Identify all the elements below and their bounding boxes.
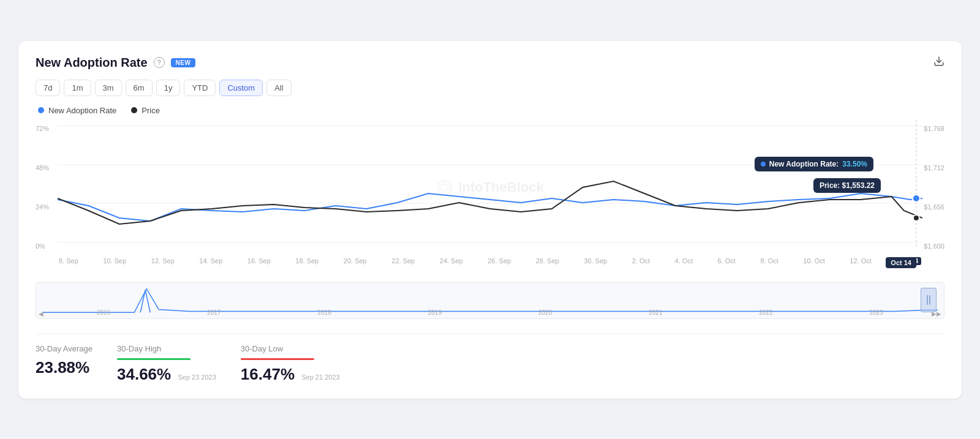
y-label-72: 72%: [36, 125, 49, 132]
legend-adoption: New Adoption Rate: [38, 106, 116, 115]
x-label-13: 4. Oct: [675, 257, 693, 265]
svg-point-15: [913, 215, 919, 221]
legend-price: Price: [131, 106, 160, 115]
x-label-6: 20. Sep: [344, 257, 367, 265]
tooltip-price: Price: $1,553.22: [813, 178, 881, 193]
time-filters: 7d 1m 3m 6m 1y YTD Custom All: [36, 80, 944, 96]
x-axis: 8. Sep 10. Sep 12. Sep 14. Sep 16. Sep 1…: [36, 255, 944, 265]
x-label-5: 18. Sep: [295, 257, 318, 265]
filter-1y[interactable]: 1y: [156, 80, 181, 96]
y-label-1656: $1,656: [924, 203, 944, 211]
svg-point-14: [913, 195, 920, 202]
handle-lines: [927, 295, 930, 305]
card-header: New Adoption Rate ? NEW: [36, 56, 944, 70]
minimap-container: 2016 2017 2018 2019 2020 2021 2022 2023 …: [36, 282, 944, 319]
legend-dot-price: [131, 107, 137, 113]
page-title: New Adoption Rate: [36, 56, 148, 70]
x-label-4: 16. Sep: [247, 257, 271, 265]
filter-6m[interactable]: 6m: [126, 80, 153, 96]
stat-30day-low: 30-Day Low 16.47% Sep 21 2023: [241, 344, 340, 384]
main-card: New Adoption Rate ? NEW 7d 1m 3m 6m 1y Y…: [18, 41, 962, 399]
chart-legend: New Adoption Rate Price: [36, 106, 944, 115]
legend-label-adoption: New Adoption Rate: [48, 106, 116, 115]
x-label-0: 8. Sep: [59, 257, 78, 265]
handle-line-1: [927, 295, 928, 305]
download-icon[interactable]: [933, 56, 944, 70]
minimap-handle[interactable]: [921, 288, 937, 312]
stat-high-value: 34.66% Sep 23 2023: [117, 365, 216, 384]
tooltip-price-label: Price:: [820, 181, 840, 190]
svg-rect-16: [36, 283, 944, 318]
stat-low-label: 30-Day Low: [241, 344, 340, 353]
header-left: New Adoption Rate ? NEW: [36, 56, 195, 70]
stat-low-date: Sep 21 2023: [301, 373, 339, 381]
tooltip-dot: [761, 162, 766, 167]
y-label-1600: $1,600: [924, 242, 944, 250]
x-label-16: 10. Oct: [803, 257, 824, 265]
y-label-1712: $1,712: [924, 164, 944, 171]
filter-7d[interactable]: 7d: [36, 80, 60, 96]
handle-line-2: [929, 295, 930, 305]
tooltip-price-value: $1,553.22: [842, 181, 875, 190]
stat-low-bar: [241, 358, 314, 360]
stat-high-bar: [117, 358, 190, 360]
filter-1m[interactable]: 1m: [64, 80, 91, 96]
tooltip-adoption-label: New Adoption Rate:: [769, 160, 839, 168]
stat-30day-avg: 30-Day Average 23.88%: [36, 344, 92, 384]
x-label-17: 12. Oct: [850, 257, 871, 265]
scroll-left-arrow[interactable]: ◀: [39, 310, 43, 317]
x-label-11: 30. Sep: [584, 257, 607, 265]
x-label-14: 6. Oct: [718, 257, 736, 265]
stats-row: 30-Day Average 23.88% 30-Day High 34.66%…: [36, 334, 944, 384]
legend-label-price: Price: [141, 106, 160, 115]
legend-dot-adoption: [38, 107, 44, 113]
filter-custom[interactable]: Custom: [219, 80, 263, 96]
x-label-12: 2. Oct: [632, 257, 650, 265]
y-label-0: 0%: [36, 242, 49, 250]
chart-wrapper: 72% 48% 24% 0%: [36, 120, 944, 265]
minimap-svg: [36, 283, 944, 318]
stat-low-value: 16.47% Sep 21 2023: [241, 365, 340, 384]
new-badge: NEW: [171, 58, 196, 67]
tooltip-adoption: New Adoption Rate: 33.50%: [755, 157, 873, 171]
stat-avg-label: 30-Day Average: [36, 344, 92, 353]
y-axis-right: $1,768 $1,712 $1,656 $1,600: [924, 120, 944, 255]
x-label-1: 10. Sep: [103, 257, 126, 265]
x-label-8: 24. Sep: [440, 257, 463, 265]
y-label-24: 24%: [36, 203, 49, 211]
x-label-9: 26. Sep: [488, 257, 511, 265]
scroll-right-arrows[interactable]: ▶▶: [932, 310, 941, 317]
stat-high-date: Sep 23 2023: [178, 373, 216, 381]
x-label-3: 14. Sep: [199, 257, 222, 265]
chart-area: IntoTheBlock: [58, 120, 922, 255]
x-label-15: 8. Oct: [760, 257, 778, 265]
x-label-2: 12. Sep: [151, 257, 175, 265]
date-badge: Oct 14: [886, 257, 916, 268]
x-label-7: 22. Sep: [391, 257, 415, 265]
y-label-48: 48%: [36, 164, 49, 171]
stat-high-label: 30-Day High: [117, 344, 216, 353]
filter-3m[interactable]: 3m: [95, 80, 122, 96]
y-label-1768: $1,768: [924, 125, 944, 132]
help-icon[interactable]: ?: [154, 57, 165, 68]
minimap-area[interactable]: 2016 2017 2018 2019 2020 2021 2022 2023 …: [36, 282, 944, 319]
tooltip-adoption-value: 33.50%: [842, 160, 867, 168]
stat-30day-high: 30-Day High 34.66% Sep 23 2023: [117, 344, 216, 384]
y-axis-left: 72% 48% 24% 0%: [36, 120, 49, 255]
chart-svg: [58, 120, 922, 255]
filter-all[interactable]: All: [266, 80, 291, 96]
filter-ytd[interactable]: YTD: [184, 80, 216, 96]
stat-avg-value: 23.88%: [36, 358, 92, 377]
x-label-10: 28. Sep: [536, 257, 559, 265]
